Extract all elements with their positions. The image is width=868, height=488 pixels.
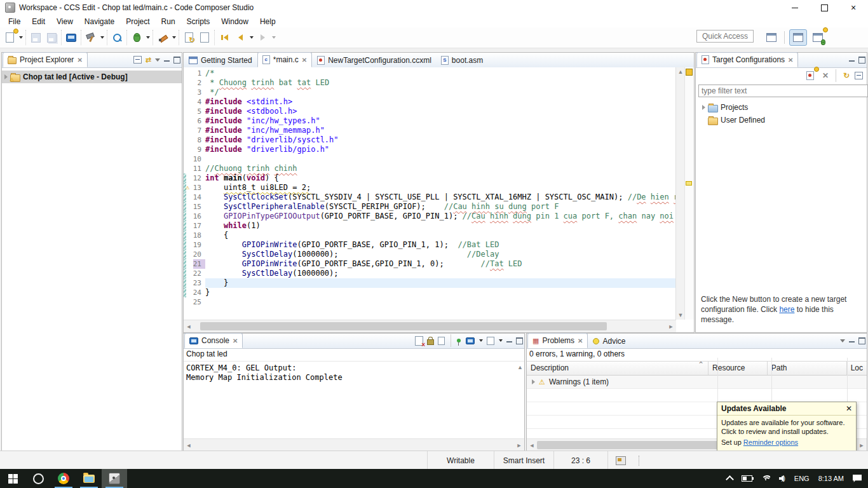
reminder-options-link[interactable]: Reminder options: [743, 438, 798, 446]
code-text[interactable]: GPIOPinWrite(GPIO_PORTF_BASE, GPIO_PIN_1…: [205, 240, 676, 250]
code-line-12[interactable]: 12int main(void) {: [184, 173, 676, 183]
code-line-10[interactable]: 10: [184, 154, 676, 164]
code-line-8[interactable]: 8#include "driverlib/sysctl.h": [184, 135, 676, 145]
code-text[interactable]: GPIOPinWrite(GPIO_PORTF_BASE,GPIO_PIN_1,…: [205, 259, 676, 269]
line-number[interactable]: 9: [197, 145, 205, 154]
menu-navigate[interactable]: Navigate: [79, 16, 120, 27]
open-console-dropdown-icon[interactable]: [499, 339, 503, 342]
minimize-icon[interactable]: [164, 58, 170, 62]
project-tree-item[interactable]: ⚠ Chop tat led [Active - Debug]: [2, 71, 182, 83]
pin-console-icon[interactable]: [457, 339, 461, 342]
scroll-lock-icon[interactable]: [427, 339, 434, 345]
gutter[interactable]: 20: [184, 250, 205, 259]
menu-view[interactable]: View: [51, 16, 79, 27]
gutter[interactable]: 22: [184, 269, 205, 278]
line-number[interactable]: 12: [193, 173, 205, 183]
code-text[interactable]: */: [205, 88, 676, 97]
line-number[interactable]: 23: [193, 278, 205, 288]
editor-overview-ruler[interactable]: [684, 67, 694, 320]
ccs-edit-perspective-button[interactable]: [789, 29, 807, 46]
column-description[interactable]: Description⌃: [527, 362, 709, 375]
code-line-6[interactable]: 6#include "inc/hw_types.h": [184, 116, 676, 126]
code-line-21[interactable]: 21 GPIOPinWrite(GPIO_PORTF_BASE,GPIO_PIN…: [184, 259, 676, 269]
tab-problems[interactable]: ▦ Problems ✕: [527, 333, 588, 348]
code-text[interactable]: #include "driverlib/gpio.h": [205, 145, 676, 154]
menu-help[interactable]: Help: [254, 16, 281, 27]
last-edit-location-button[interactable]: [217, 30, 231, 44]
code-text[interactable]: uint8_t ui8LED = 2;: [205, 183, 676, 193]
collapse-all-icon[interactable]: [133, 56, 142, 64]
code-text[interactable]: SysCtlDelay(1000000);: [205, 269, 676, 278]
menu-project[interactable]: Project: [120, 16, 155, 27]
clock[interactable]: 8:13 AM: [818, 475, 844, 482]
code-text[interactable]: #include "inc/hw_types.h": [205, 116, 676, 126]
gutter[interactable]: 14: [184, 193, 205, 202]
new-button[interactable]: [3, 30, 17, 44]
line-number[interactable]: 5: [197, 107, 205, 116]
code-line-11[interactable]: 11//Chuong trinh chinh: [184, 164, 676, 173]
code-line-18[interactable]: 18 {: [184, 231, 676, 240]
code-line-16[interactable]: 16 GPIOPinTypeGPIOOutput(GPIO_PORTF_BASE…: [184, 212, 676, 221]
back-button[interactable]: [233, 30, 247, 44]
gutter[interactable]: 24: [184, 288, 205, 297]
save-all-button[interactable]: [44, 30, 58, 44]
code-line-15[interactable]: 15 SysCtlPeripheralEnable(SYSCTL_PERIPH_…: [184, 202, 676, 212]
wifi-icon[interactable]: [761, 475, 770, 482]
code-text[interactable]: #include <stdint.h>: [205, 97, 676, 107]
gutter[interactable]: 15: [184, 202, 205, 212]
maximize-icon[interactable]: [858, 57, 865, 64]
gutter[interactable]: 8: [184, 135, 205, 145]
minimize-icon[interactable]: [849, 339, 855, 342]
maximize-icon[interactable]: [516, 337, 523, 344]
line-number[interactable]: 24: [193, 288, 205, 297]
code-line-4[interactable]: 4#include <stdint.h>: [184, 97, 676, 107]
line-number[interactable]: 20: [193, 250, 205, 259]
minimize-icon[interactable]: [506, 339, 512, 342]
code-text[interactable]: #include <stdbool.h>: [205, 107, 676, 116]
column-path[interactable]: Path: [768, 362, 847, 375]
editor-horizontal-scrollbar[interactable]: ◄ ►: [184, 320, 676, 332]
updates-popup-body[interactable]: Updates are available for your software.…: [717, 416, 856, 449]
clear-console-icon[interactable]: [415, 336, 423, 346]
delete-icon[interactable]: ✕: [822, 71, 829, 80]
code-line-22[interactable]: 22 SysCtlDelay(1000000);: [184, 269, 676, 278]
minimize-icon[interactable]: [849, 58, 855, 62]
gutter[interactable]: 16: [184, 212, 205, 221]
code-line-2[interactable]: 2 * Chuong trinh bat tat LED: [184, 78, 676, 88]
window-maximize-button[interactable]: [810, 0, 839, 15]
gutter[interactable]: 6: [184, 116, 205, 126]
gutter[interactable]: 19: [184, 240, 205, 250]
code-line-13[interactable]: ⚠13 uint8_t ui8LED = 2;: [184, 183, 676, 193]
menu-edit[interactable]: Edit: [26, 16, 51, 27]
code-text[interactable]: SysCtlPeripheralEnable(SYSCTL_PERIPH_GPI…: [205, 202, 676, 212]
line-number[interactable]: 13: [193, 183, 205, 193]
gutter[interactable]: 7: [184, 126, 205, 135]
gutter[interactable]: 25: [184, 297, 205, 307]
new-target-configuration-icon[interactable]: [803, 69, 817, 83]
close-icon[interactable]: ✕: [233, 337, 238, 344]
build-dropdown-icon[interactable]: [100, 36, 104, 39]
line-number[interactable]: 22: [193, 269, 205, 278]
gutter[interactable]: 17: [184, 221, 205, 231]
close-icon[interactable]: ✕: [846, 404, 852, 413]
editor-tab--main-c[interactable]: c*main.c✕: [257, 52, 312, 67]
line-number[interactable]: 21: [193, 259, 205, 269]
refresh-icon[interactable]: ↻: [843, 71, 850, 80]
expand-arrow-icon[interactable]: [702, 105, 705, 110]
code-text[interactable]: SysCtlDelay(1000000); //Delay: [205, 250, 676, 259]
code-line-23[interactable]: 23 }: [184, 278, 676, 288]
expand-arrow-icon[interactable]: [532, 379, 535, 384]
gutter[interactable]: 12: [184, 173, 205, 183]
gutter[interactable]: 5: [184, 107, 205, 116]
gutter[interactable]: 1: [184, 69, 205, 78]
line-number[interactable]: 18: [193, 231, 205, 240]
link-with-editor-icon[interactable]: ⇄: [146, 56, 151, 64]
start-button[interactable]: [0, 469, 25, 488]
view-menu-icon[interactable]: [155, 58, 160, 62]
close-icon[interactable]: ✕: [578, 337, 583, 344]
tab-project-explorer[interactable]: Project Explorer ✕: [3, 52, 88, 67]
editor-tab-getting-started[interactable]: Getting Started: [184, 53, 257, 67]
gutter[interactable]: 9: [184, 145, 205, 154]
menu-scripts[interactable]: Scripts: [181, 16, 216, 27]
gutter[interactable]: 18: [184, 231, 205, 240]
